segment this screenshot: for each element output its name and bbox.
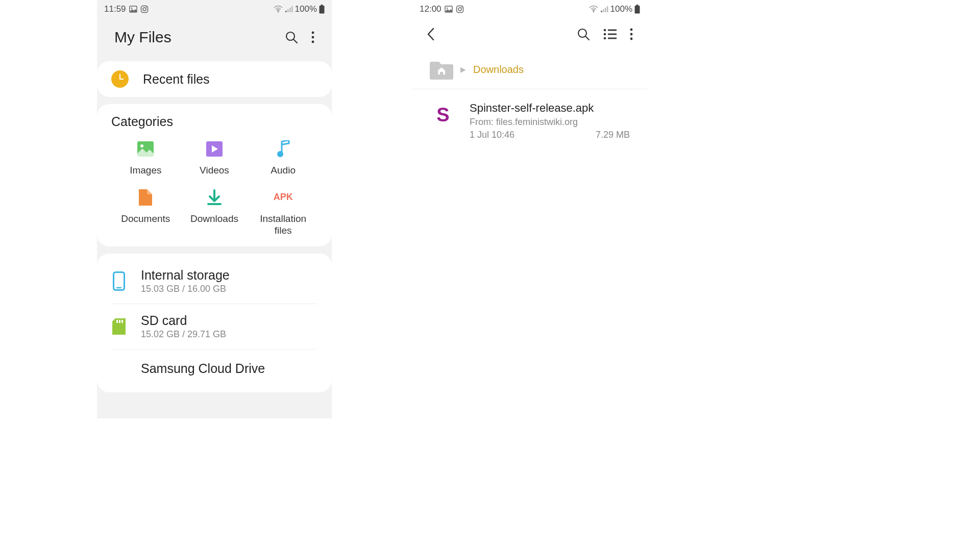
svg-rect-34 (601, 11, 602, 12)
cloud-icon (111, 359, 127, 378)
categories-card: Categories Images Videos Audio (97, 104, 332, 246)
category-audio[interactable]: Audio (249, 140, 317, 177)
svg-point-33 (593, 11, 594, 12)
status-battery-text: 100% (610, 4, 632, 14)
apk-file-icon: S (430, 102, 456, 128)
svg-point-1 (131, 8, 132, 9)
search-icon (577, 28, 590, 41)
category-label: Downloads (190, 213, 238, 225)
svg-point-20 (277, 151, 283, 157)
signal-icon (285, 6, 293, 13)
list-icon (603, 29, 617, 40)
category-images[interactable]: Images (111, 140, 180, 177)
downloads-icon (206, 189, 223, 206)
breadcrumb-home-button[interactable] (430, 59, 453, 80)
svg-point-3 (143, 8, 146, 11)
svg-line-41 (585, 36, 589, 40)
svg-point-18 (140, 144, 143, 147)
svg-rect-6 (285, 11, 287, 12)
svg-point-50 (630, 38, 633, 40)
sd-card-item[interactable]: SD card 15.02 GB / 29.71 GB (111, 304, 317, 349)
svg-rect-8 (289, 8, 291, 12)
svg-rect-39 (635, 6, 640, 14)
svg-line-13 (293, 39, 297, 43)
svg-rect-7 (287, 9, 289, 12)
category-label: Images (130, 165, 161, 177)
file-source: From: files.feministwiki.org (470, 117, 630, 128)
category-installation-files[interactable]: APK Installation files (249, 189, 317, 237)
category-label: Videos (200, 165, 229, 177)
picture-icon (445, 5, 453, 13)
svg-rect-25 (116, 320, 118, 323)
home-folder-icon (430, 59, 453, 80)
sdcard-icon (111, 317, 127, 336)
signal-icon (600, 6, 608, 13)
picture-icon (129, 5, 137, 13)
app-header (412, 18, 647, 50)
status-bar: 11:59 100% (97, 0, 332, 18)
instagram-icon (140, 5, 149, 13)
search-button[interactable] (577, 28, 590, 41)
svg-point-16 (312, 41, 314, 43)
battery-icon (319, 5, 325, 14)
samsung-cloud-item[interactable]: Samsung Cloud Drive (111, 349, 317, 387)
battery-icon (634, 5, 640, 14)
storage-usage: 15.03 GB / 16.00 GB (141, 284, 230, 294)
view-list-button[interactable] (603, 29, 617, 40)
category-label: Documents (121, 213, 170, 225)
documents-icon (137, 189, 154, 206)
recent-files-label: Recent files (143, 72, 210, 87)
category-downloads[interactable]: Downloads (180, 189, 249, 237)
storage-title: Internal storage (141, 268, 230, 283)
images-icon (137, 140, 154, 158)
more-button[interactable] (630, 28, 633, 40)
categories-heading: Categories (111, 114, 317, 129)
breadcrumb-separator-icon: ▶ (460, 65, 466, 73)
wifi-icon (589, 6, 598, 13)
file-name: Spinster-self-release.apk (470, 102, 630, 115)
category-label: Audio (271, 165, 296, 177)
file-date: 1 Jul 10:46 (470, 130, 514, 140)
svg-rect-9 (291, 6, 293, 12)
search-icon (285, 31, 298, 44)
search-button[interactable] (285, 31, 298, 44)
instagram-icon (456, 5, 464, 13)
breadcrumb-current[interactable]: Downloads (473, 64, 524, 76)
svg-point-4 (146, 7, 147, 8)
svg-point-49 (630, 33, 633, 36)
svg-rect-37 (607, 6, 608, 12)
back-button[interactable] (427, 28, 435, 41)
category-videos[interactable]: Videos (180, 140, 249, 177)
internal-storage-item[interactable]: Internal storage 15.03 GB / 16.00 GB (111, 259, 317, 304)
myfiles-screen: 11:59 100% My Files (97, 0, 332, 418)
svg-point-31 (458, 8, 461, 11)
category-documents[interactable]: Documents (111, 189, 180, 237)
chevron-left-icon (427, 28, 435, 41)
svg-point-5 (277, 11, 278, 12)
svg-point-15 (312, 36, 314, 39)
file-size: 7.29 MB (596, 130, 630, 140)
more-vertical-icon (630, 28, 633, 40)
storage-usage: 15.02 GB / 29.71 GB (141, 329, 226, 340)
svg-point-48 (630, 29, 633, 31)
recent-files-button[interactable]: Recent files (97, 61, 332, 97)
svg-point-42 (604, 29, 606, 32)
svg-point-46 (604, 37, 606, 40)
downloads-screen: 12:00 100% (412, 0, 647, 418)
phone-icon (111, 271, 127, 291)
app-header: My Files (97, 18, 332, 54)
file-item[interactable]: S Spinster-self-release.apk From: files.… (412, 89, 647, 153)
videos-icon (206, 140, 223, 158)
status-time: 11:59 (104, 4, 126, 14)
breadcrumb: ▶ Downloads (412, 50, 647, 89)
more-button[interactable] (311, 31, 314, 43)
category-label: Installation files (260, 213, 306, 237)
status-battery-text: 100% (295, 4, 317, 14)
svg-rect-38 (636, 5, 639, 6)
svg-rect-36 (605, 8, 606, 12)
clock-icon (111, 70, 129, 88)
wifi-icon (274, 6, 283, 13)
status-time: 12:00 (420, 4, 442, 14)
svg-point-29 (446, 8, 448, 9)
storage-title: SD card (141, 313, 226, 328)
